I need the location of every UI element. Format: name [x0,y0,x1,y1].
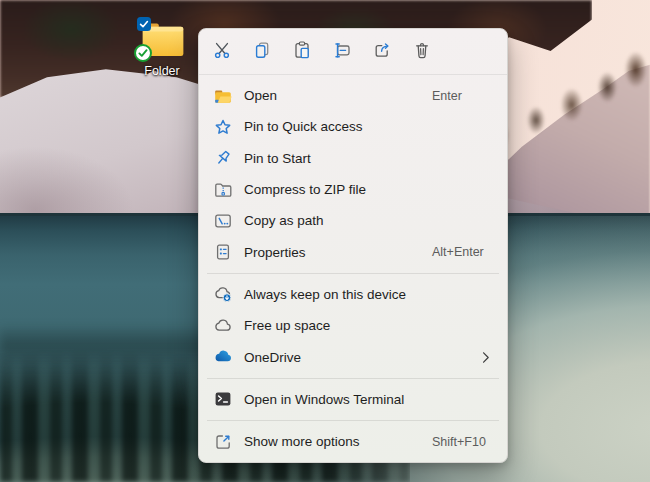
cut-button[interactable] [202,35,242,69]
paste-button[interactable] [282,35,322,69]
menu-item-pin-to-start[interactable]: Pin to Start [204,143,502,174]
menu-item-label: Pin to Start [244,151,432,166]
rename-icon [332,40,352,63]
menu-item-label: OneDrive [244,350,482,365]
desktop: Folder [0,0,650,482]
zip-folder-icon [213,180,233,200]
menu-item-label: Compress to ZIP file [244,182,432,197]
copy-path-icon [213,211,233,231]
desktop-icon-folder[interactable]: Folder [130,13,194,85]
menu-item-label: Show more options [244,434,432,449]
menu-separator [207,378,499,379]
menu-separator [207,420,499,421]
menu-item-compress-to-zip[interactable]: Compress to ZIP file [204,174,502,205]
copy-icon [252,40,272,63]
menu-item-always-keep-on-device[interactable]: Always keep on this device [204,279,502,310]
star-icon [213,117,233,137]
onedrive-synced-badge-icon [134,44,152,62]
selected-checkbox-icon[interactable] [137,17,151,31]
context-menu-toolbar [199,29,507,75]
menu-separator [207,273,499,274]
paste-icon [292,40,312,63]
menu-item-label: Open [244,88,432,103]
menu-item-open[interactable]: Open Enter [204,80,502,111]
menu-item-shortcut: Alt+Enter [432,245,490,259]
menu-item-open-in-windows-terminal[interactable]: Open in Windows Terminal [204,384,502,415]
menu-item-free-up-space[interactable]: Free up space [204,310,502,341]
show-more-options-icon [213,432,233,452]
properties-icon [213,242,233,262]
menu-item-label: Properties [244,245,432,260]
menu-item-properties[interactable]: Properties Alt+Enter [204,236,502,267]
menu-item-label: Always keep on this device [244,287,432,302]
menu-item-copy-as-path[interactable]: Copy as path [204,205,502,236]
submenu-chevron-icon [482,351,490,364]
pin-icon [213,148,233,168]
menu-item-shortcut: Shift+F10 [432,435,490,449]
menu-item-pin-to-quick-access[interactable]: Pin to Quick access [204,111,502,142]
cut-icon [212,40,232,63]
menu-item-shortcut: Enter [432,89,490,103]
desktop-icon-label: Folder [130,64,194,78]
terminal-icon [213,389,233,409]
menu-item-onedrive[interactable]: OneDrive [204,341,502,372]
context-menu-list: Open Enter Pin to Quick access Pin to St… [199,75,507,462]
menu-item-label: Free up space [244,318,432,333]
rename-button[interactable] [322,35,362,69]
menu-item-label: Pin to Quick access [244,119,432,134]
delete-icon [412,40,432,63]
cloud-icon [213,316,233,336]
share-button[interactable] [362,35,402,69]
onedrive-icon [213,347,233,367]
menu-item-label: Open in Windows Terminal [244,392,432,407]
cloud-download-icon [213,284,233,304]
copy-button[interactable] [242,35,282,69]
context-menu: Open Enter Pin to Quick access Pin to St… [198,28,508,463]
share-icon [372,40,392,63]
menu-item-show-more-options[interactable]: Show more options Shift+F10 [204,426,502,457]
delete-button[interactable] [402,35,442,69]
open-folder-icon [213,86,233,106]
menu-item-label: Copy as path [244,213,432,228]
